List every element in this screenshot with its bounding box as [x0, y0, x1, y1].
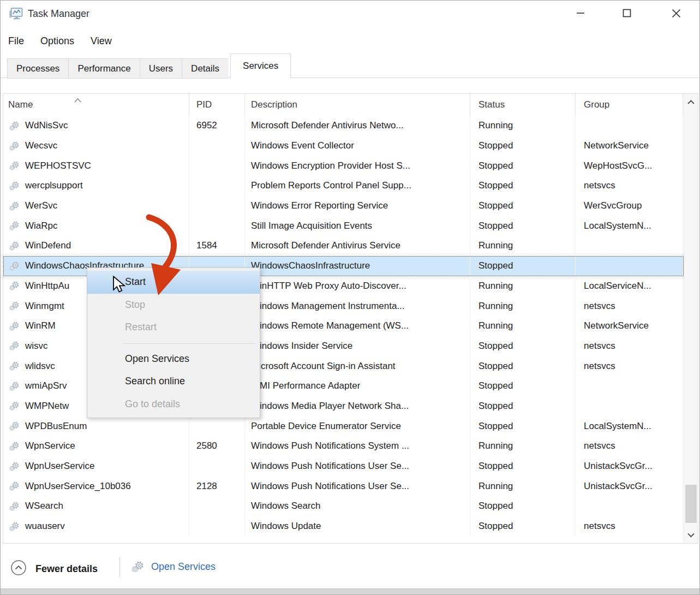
service-row-WSearch[interactable]: WSearchWindows SearchStopped — [3, 496, 684, 516]
service-gear-icon — [8, 521, 21, 532]
sort-ascending-icon — [74, 95, 82, 105]
tab-performance[interactable]: Performance — [68, 58, 139, 79]
service-row-WpnService[interactable]: WpnService2580Windows Push Notifications… — [3, 436, 684, 456]
service-row-WpnUserService_10b036[interactable]: WpnUserService_10b0362128Windows Push No… — [3, 476, 684, 496]
cell-status: Stopped — [470, 176, 576, 196]
column-header-status[interactable]: Status — [470, 94, 576, 116]
cell-status: Stopped — [470, 496, 576, 516]
cell-group — [576, 236, 683, 256]
cell-pid — [189, 156, 245, 176]
service-gear-icon — [8, 200, 21, 212]
cell-group: netsvcs — [576, 176, 683, 196]
cell-name: WSearch — [3, 496, 189, 516]
cell-description: WindowsChaosInfrastructure — [245, 256, 470, 276]
context-menu-item-start[interactable]: Start — [87, 271, 260, 294]
context-menu-item-search-online[interactable]: Search online — [87, 370, 260, 393]
title-bar: Task Manager — [1, 1, 699, 28]
tab-details[interactable]: Details — [182, 58, 228, 79]
service-gear-icon — [8, 461, 21, 472]
cell-description: Still Image Acquisition Events — [245, 216, 470, 236]
maximize-button[interactable] — [613, 3, 641, 23]
menu-view[interactable]: View — [91, 35, 112, 47]
scrollbar-thumb[interactable] — [685, 485, 697, 523]
service-row-wuauserv[interactable]: wuauservWindows UpdateStoppednetsvcs — [3, 516, 684, 537]
cell-status: Running — [470, 116, 576, 136]
cell-group: WepHostSvcG... — [576, 156, 683, 176]
service-row-WPDBusEnum[interactable]: WPDBusEnumPortable Device Enumerator Ser… — [3, 416, 684, 436]
cell-name: WiaRpc — [3, 216, 189, 236]
service-row-WerSvc[interactable]: WerSvcWindows Error Reporting ServiceSto… — [3, 196, 684, 216]
tab-services[interactable]: Services — [230, 53, 291, 79]
cell-description: Windows Insider Service — [245, 336, 470, 356]
cell-name: WinDefend — [3, 236, 189, 256]
cell-description: Windows Push Notifications System ... — [245, 436, 470, 456]
column-header-pid[interactable]: PID — [189, 94, 245, 116]
cell-status: Stopped — [470, 136, 576, 156]
service-gear-icon — [8, 480, 21, 492]
cell-name: WpnUserService — [3, 456, 189, 477]
cell-pid — [189, 136, 245, 156]
service-gear-icon — [8, 140, 21, 152]
cell-status: Stopped — [470, 156, 576, 176]
cell-name: WEPHOSTSVC — [3, 156, 189, 176]
tab-users[interactable]: Users — [140, 58, 182, 79]
cell-group: WerSvcGroup — [576, 196, 683, 216]
cell-pid — [189, 216, 245, 236]
cell-group: netsvcs — [576, 436, 683, 456]
column-header-description[interactable]: Description — [245, 94, 470, 116]
cell-description: Microsoft Defender Antivirus Netwo... — [245, 116, 470, 136]
context-menu-item-open-services[interactable]: Open Services — [87, 348, 260, 371]
window-title: Task Manager — [28, 8, 89, 20]
service-row-WEPHOSTSVC[interactable]: WEPHOSTSVCWindows Encryption Provider Ho… — [3, 156, 684, 176]
cell-pid: 2580 — [189, 436, 245, 456]
menu-file[interactable]: File — [8, 35, 24, 47]
open-services-link[interactable]: Open Services — [130, 560, 216, 574]
service-row-WpnUserService[interactable]: WpnUserServiceWindows Push Notifications… — [3, 456, 684, 477]
vertical-scrollbar[interactable] — [684, 94, 698, 543]
cell-description: Windows Push Notifications User Se... — [245, 456, 470, 477]
cell-pid — [189, 416, 245, 436]
cell-status: Stopped — [470, 336, 576, 356]
cell-pid — [189, 176, 245, 196]
chevron-up-circle-icon — [10, 560, 27, 578]
cell-group: LocalServiceN... — [576, 276, 683, 296]
table-header: NamePIDDescriptionStatusGroup — [3, 94, 684, 116]
column-header-group[interactable]: Group — [576, 94, 683, 116]
service-row-WiaRpc[interactable]: WiaRpcStill Image Acquisition EventsStop… — [3, 216, 684, 236]
fewer-details-button[interactable]: Fewer details — [10, 560, 98, 578]
scroll-up-button[interactable] — [684, 95, 698, 109]
service-gear-icon — [8, 300, 21, 312]
cell-description: Windows Encryption Provider Host S... — [245, 156, 470, 176]
cell-status: Running — [470, 276, 576, 296]
cell-description: WMI Performance Adapter — [245, 376, 470, 396]
cell-description: Windows Media Player Network Sha... — [245, 396, 470, 416]
cell-name: WerSvc — [3, 196, 189, 216]
task-manager-icon — [8, 7, 23, 21]
menu-options[interactable]: Options — [40, 35, 74, 47]
service-gear-icon — [8, 160, 21, 171]
cell-name: WPDBusEnum — [3, 416, 189, 436]
service-row-Wecsvc[interactable]: WecsvcWindows Event CollectorStoppedNetw… — [3, 136, 684, 156]
cell-group — [576, 496, 683, 516]
tab-processes[interactable]: Processes — [7, 58, 68, 79]
scroll-down-button[interactable] — [684, 528, 698, 542]
service-row-WinDefend[interactable]: WinDefend1584Microsoft Defender Antiviru… — [3, 236, 684, 256]
service-gear-icon — [8, 320, 21, 332]
cell-group: UnistackSvcGr... — [576, 476, 683, 496]
service-gear-icon — [8, 380, 21, 392]
cell-status: Stopped — [470, 516, 576, 537]
cell-name: wercplsupport — [3, 176, 189, 196]
column-header-name[interactable]: Name — [3, 94, 189, 116]
cell-group: NetworkService — [576, 316, 683, 336]
cell-description: Windows Error Reporting Service — [245, 196, 470, 216]
cell-status: Stopped — [470, 256, 576, 276]
cell-pid: 1584 — [189, 236, 245, 256]
service-gear-icon — [8, 180, 21, 192]
minimize-button[interactable] — [567, 3, 594, 23]
cell-status: Stopped — [470, 356, 576, 376]
close-button[interactable] — [662, 3, 690, 23]
gear-icon — [130, 560, 146, 574]
service-row-wercplsupport[interactable]: wercplsupportProblem Reports Control Pan… — [3, 176, 684, 196]
service-row-WdNisSvc[interactable]: WdNisSvc6952Microsoft Defender Antivirus… — [3, 116, 684, 136]
fewer-details-label: Fewer details — [35, 563, 98, 575]
